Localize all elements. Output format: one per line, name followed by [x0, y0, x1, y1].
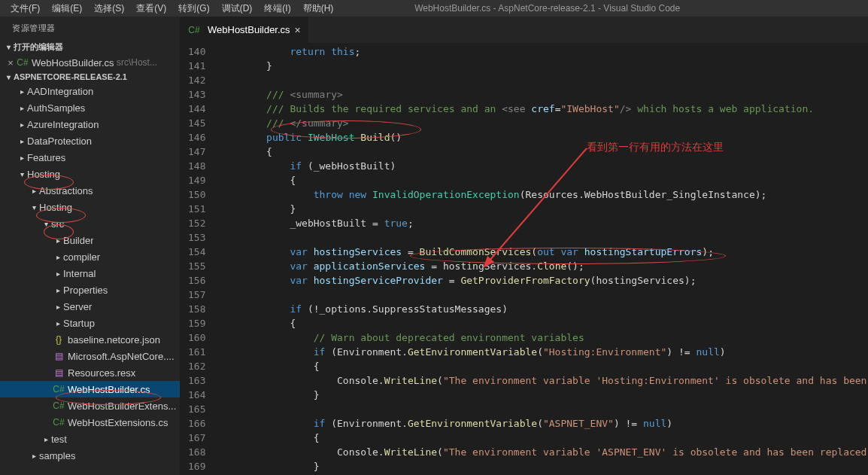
chevron-right-icon: ▸ — [17, 137, 27, 145]
tree-folder-server[interactable]: ▸Server — [0, 298, 180, 315]
tree-file-webhostbuilderextensions[interactable]: C#WebHostBuilderExtens... — [0, 397, 180, 414]
project-root-header[interactable]: ▾ ASPNETCORE-RELEASE-2.1 — [0, 71, 180, 83]
tree-folder-features[interactable]: ▸Features — [0, 149, 180, 166]
csharp-icon: C# — [53, 400, 65, 411]
menu-view[interactable]: 查看(V) — [130, 1, 172, 17]
tree-folder-aadintegration[interactable]: ▸AADIntegration — [0, 83, 180, 99]
menu-select[interactable]: 选择(S) — [88, 1, 130, 17]
title-bar: 文件(F) 编辑(E) 选择(S) 查看(V) 转到(G) 调试(D) 终端(I… — [0, 0, 868, 17]
editor-area: C# WebHostBuilder.cs × 14014114214314414… — [181, 17, 868, 475]
tree-folder-startup[interactable]: ▸Startup — [0, 315, 180, 331]
chevron-down-icon: ▾ — [3, 73, 14, 81]
menu-terminal[interactable]: 终端(I) — [258, 1, 296, 17]
code-content[interactable]: return this; } /// <summary> /// Builds … — [219, 43, 868, 475]
file-tree: ▸AADIntegration ▸AuthSamples ▸AzureInteg… — [0, 83, 180, 475]
window-title: WebHostBuilder.cs - AspNetCore-release-2… — [339, 3, 868, 14]
csharp-icon: C# — [17, 57, 29, 68]
open-editor-item[interactable]: × C# WebHostBuilder.cs src\Host... — [0, 54, 180, 71]
tree-folder-src[interactable]: ▾src — [0, 215, 180, 232]
editor-tabs: C# WebHostBuilder.cs × — [181, 17, 868, 43]
project-root-label: ASPNETCORE-RELEASE-2.1 — [14, 72, 127, 81]
chevron-right-icon: ▸ — [17, 104, 27, 112]
chevron-right-icon: ▸ — [29, 452, 39, 460]
close-icon[interactable]: × — [5, 57, 17, 69]
tree-folder-samples[interactable]: ▸samples — [0, 447, 180, 464]
chevron-right-icon: ▸ — [53, 286, 63, 294]
annotation-text: 看到第一行有用的方法在这里 — [587, 141, 724, 154]
open-editor-path: src\Host... — [114, 57, 157, 68]
tree-folder-hosting-inner[interactable]: ▾Hosting — [0, 199, 180, 215]
chevron-right-icon: ▸ — [53, 236, 63, 245]
file-icon: ▤ — [53, 351, 65, 361]
tree-file-baseline-json[interactable]: {}baseline.netcore.json — [0, 331, 180, 348]
csharp-icon: C# — [53, 417, 65, 428]
sidebar-explorer: 资源管理器 ▾ 打开的编辑器 × C# WebHostBuilder.cs sr… — [0, 17, 181, 475]
open-editors-label: 打开的编辑器 — [14, 41, 63, 53]
menu-edit[interactable]: 编辑(E) — [46, 1, 88, 17]
line-gutter: 1401411421431441451461471481491501511521… — [181, 43, 219, 475]
chevron-down-icon: ▾ — [29, 203, 39, 212]
json-icon: {} — [53, 334, 65, 345]
tree-folder-hosting[interactable]: ▾Hosting — [0, 166, 180, 182]
chevron-right-icon: ▸ — [29, 187, 39, 195]
tree-folder-dataprotection[interactable]: ▸DataProtection — [0, 132, 180, 149]
chevron-right-icon: ▸ — [17, 120, 27, 129]
tree-folder-azureintegration[interactable]: ▸AzureIntegration — [0, 116, 180, 132]
menu-debug[interactable]: 调试(D) — [216, 1, 259, 17]
tree-file-resources-resx[interactable]: ▤Resources.resx — [0, 364, 180, 381]
chevron-right-icon: ▸ — [17, 87, 27, 96]
tree-folder-authsamples[interactable]: ▸AuthSamples — [0, 99, 180, 116]
tree-folder-builder[interactable]: ▸Builder — [0, 232, 180, 248]
chevron-right-icon: ▸ — [41, 435, 51, 443]
chevron-right-icon: ▸ — [53, 253, 63, 261]
tree-folder-abstractions[interactable]: ▸Abstractions — [0, 182, 180, 199]
resx-icon: ▤ — [53, 367, 65, 378]
tree-folder-compiler[interactable]: ▸compiler — [0, 248, 180, 265]
menu-bar: 文件(F) 编辑(E) 选择(S) 查看(V) 转到(G) 调试(D) 终端(I… — [0, 1, 339, 17]
tree-folder-test[interactable]: ▸test — [0, 431, 180, 447]
chevron-right-icon: ▸ — [17, 154, 27, 162]
tree-file-microsoft-aspnetcore[interactable]: ▤Microsoft.AspNetCore.... — [0, 348, 180, 364]
open-editor-name: WebHostBuilder.cs — [32, 57, 114, 69]
tab-label: WebHostBuilder.cs — [208, 24, 290, 35]
chevron-right-icon: ▸ — [53, 303, 63, 311]
tree-file-webhostbuilder[interactable]: C#WebHostBuilder.cs — [0, 381, 180, 397]
chevron-right-icon: ▸ — [53, 319, 63, 327]
tree-folder-internal[interactable]: ▸Internal — [0, 265, 180, 282]
menu-goto[interactable]: 转到(G) — [172, 1, 215, 17]
csharp-icon: C# — [53, 384, 65, 394]
chevron-down-icon: ▾ — [41, 220, 51, 228]
open-editors-header[interactable]: ▾ 打开的编辑器 — [0, 40, 180, 54]
close-icon[interactable]: × — [295, 24, 301, 36]
explorer-title: 资源管理器 — [0, 17, 180, 40]
menu-help[interactable]: 帮助(H) — [297, 1, 340, 17]
chevron-down-icon: ▾ — [17, 170, 27, 178]
csharp-icon: C# — [188, 25, 200, 35]
menu-file[interactable]: 文件(F) — [5, 1, 46, 17]
tree-file-webhostextensions[interactable]: C#WebHostExtensions.cs — [0, 414, 180, 431]
tab-webhostbuilder[interactable]: C# WebHostBuilder.cs × — [181, 17, 309, 43]
chevron-right-icon: ▸ — [53, 269, 63, 278]
chevron-down-icon: ▾ — [3, 43, 14, 51]
tree-folder-properties[interactable]: ▸Properties — [0, 282, 180, 298]
code-editor[interactable]: 1401411421431441451461471481491501511521… — [181, 43, 868, 475]
